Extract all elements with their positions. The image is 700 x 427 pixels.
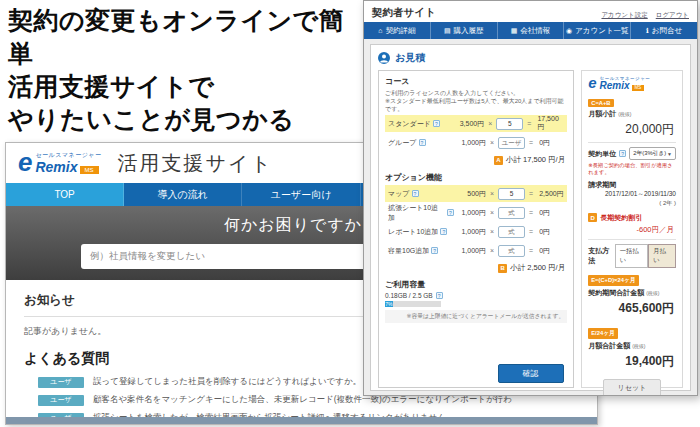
course-heading: コース [385, 76, 567, 87]
monthly-total-label: 月額合計金額 [588, 342, 630, 349]
estimate-person-icon [378, 52, 390, 64]
discount-note: ※長期ご契約の場合、割引が適用されます。 [588, 162, 676, 176]
formula-c-badge: C=A+B [588, 99, 613, 107]
option-label: 容量10G追加 [388, 246, 429, 256]
logo-main-text: Remix [35, 160, 77, 174]
map-qty-input[interactable] [498, 188, 525, 200]
headline: 契約の変更もオンラインで簡単 活用支援サイトで やりたいことが見つかる [8, 4, 368, 136]
billing-period-value: 2017/12/01～2019/11/30 [588, 190, 676, 199]
page-title: 活用支援サイト [117, 150, 272, 177]
nav-tab-user[interactable]: ユーザー向け [242, 183, 360, 206]
help-icon[interactable]: ? [433, 120, 440, 127]
estimate-heading: お見積 [395, 51, 425, 65]
help-icon[interactable]: ? [619, 150, 626, 157]
usage-value: 0.18GB / 2.5 GB [385, 292, 433, 299]
contract-total-label: 契約期間合計金額 [588, 289, 644, 296]
course-label: グループ [388, 138, 417, 148]
estimate-panel: お見積 コース ご利用のライセンスの人数を入力してください。 ※スタンダード最低… [370, 44, 691, 391]
help-icon[interactable]: ? [419, 139, 426, 146]
esales-logo-small: e セールスマネージャー Remix MS [588, 76, 676, 91]
row-total: 0円 [539, 227, 550, 237]
tax-note: (税抜) [646, 290, 659, 296]
help-icon[interactable]: ? [436, 292, 443, 299]
equals-sign: = [529, 139, 533, 146]
row-total: 0円 [539, 246, 550, 256]
tab-inquiry[interactable]: ℹ お問合せ [631, 22, 697, 39]
tax-note: (税抜) [632, 343, 645, 349]
capacity-qty-input[interactable] [498, 245, 525, 257]
contract-site-title: 契約者サイト [372, 6, 436, 20]
contract-unit-value: 2年(3%引き) [633, 149, 666, 158]
billing-span: ( 2年 ) [588, 199, 676, 208]
unit-price: 3,500円 [454, 119, 484, 129]
multiply-sign: × [488, 120, 492, 127]
tab-purchase-history[interactable]: ▤ 購入履歴 [431, 22, 498, 39]
equals-sign: = [529, 228, 533, 235]
payment-toggle: 一括払い 月払い [615, 244, 676, 268]
help-icon[interactable]: ? [412, 190, 419, 197]
course-note2: ※スタンダード最低利用ユーザ数は5人で、最大20人まで利用可能です。 [385, 97, 567, 113]
logo-main-text: Remix [600, 81, 630, 91]
row-total: 2,500円 [539, 189, 564, 199]
logout-link[interactable]: ログアウト [656, 11, 689, 20]
options-subtotal: 小計 2,500 円/月 [510, 263, 565, 273]
esales-logo: e セールスマネージャー Remix MS [18, 151, 101, 174]
tab-contract-details[interactable]: ⌂ 契約詳細 [364, 22, 431, 39]
option-row-map: マップ ? 500円 × = 2,500円 [385, 185, 567, 202]
payment-method-label: 支払方法 [588, 246, 615, 266]
lump-sum-button[interactable]: 一括払い [615, 244, 649, 268]
support-site-footer-bar [6, 417, 597, 424]
help-icon[interactable]: ? [431, 247, 438, 254]
standard-qty-input[interactable] [496, 118, 523, 130]
logo-ms-badge: MS [632, 85, 645, 92]
group-qty-input[interactable] [498, 137, 525, 149]
nav-tab-top[interactable]: TOP [6, 183, 124, 206]
tab-account-list[interactable]: ◉ アカウント一覧 [564, 22, 631, 39]
tab-label: 契約詳細 [386, 26, 416, 36]
discount-value: -600円／月 [588, 225, 674, 235]
chevron-down-icon: ▼ [667, 151, 672, 157]
multiply-sign: × [490, 139, 494, 146]
help-icon[interactable]: ? [447, 209, 454, 216]
usage-note: ※容量は上限値に近づくとアラートメールが送信されます。 [385, 310, 567, 323]
headline-line2: 活用支援サイトで [8, 70, 368, 103]
confirm-button[interactable]: 確認 [498, 364, 564, 383]
report-qty-input[interactable] [498, 226, 525, 238]
multiply-sign: × [490, 228, 494, 235]
row-total: 0円 [539, 138, 550, 148]
unit-price: 1,000円 [454, 208, 486, 218]
formula-e-badge: E=(C+D)×24ヶ月 [588, 275, 638, 286]
reset-button[interactable]: リセット [603, 379, 662, 396]
course-label: スタンダード [388, 119, 431, 129]
equals-sign: = [529, 247, 533, 254]
tab-label: 購入履歴 [454, 26, 484, 36]
contract-unit-select[interactable]: 2年(3%引き) ▼ [629, 147, 676, 160]
contract-details-icon: ⌂ [378, 27, 382, 34]
help-icon[interactable]: ? [440, 228, 447, 235]
course-subtotal: 小計 17,500 円/月 [506, 155, 565, 165]
option-row-report: レポート10追加 ? 1,000円 × = 0円 [385, 223, 567, 240]
nav-tab-introduction[interactable]: 導入の流れ [124, 183, 242, 206]
account-settings-link[interactable]: アカウント設定 [601, 11, 647, 20]
sheet-qty-input[interactable] [498, 207, 525, 219]
row-total: 17,500円 [537, 115, 564, 132]
monthly-subtotal-label: 月額小計 [588, 110, 616, 117]
unit-price: 1,000円 [454, 246, 486, 256]
options-heading: オプション機能 [385, 172, 567, 183]
tab-label: お問合せ [652, 26, 682, 36]
contract-site-nav: ⌂ 契約詳細 ▤ 購入履歴 ▦ 会社情報 ◉ アカウント一覧 ℹ お問合せ [364, 22, 697, 39]
subtotal-a-badge: A [494, 156, 503, 165]
account-list-icon: ◉ [566, 27, 572, 35]
monthly-payment-button[interactable]: 月払い [648, 244, 676, 268]
monthly-subtotal-value: 20,000円 [588, 121, 674, 138]
user-badge: ユーザ [38, 395, 84, 406]
unit-price: 500円 [454, 189, 486, 199]
multiply-sign: × [490, 247, 494, 254]
option-row-sheet: 拡張シート10追加 ? 1,000円 × = 0円 [385, 204, 567, 221]
esales-logo-icon: e [18, 151, 32, 174]
tab-company-info[interactable]: ▦ 会社情報 [498, 22, 565, 39]
course-note1: ご利用のライセンスの人数を入力してください。 [385, 89, 567, 97]
course-row-group: グループ ? 1,000円 × = 0円 [385, 134, 567, 151]
tax-note: (税抜) [618, 111, 631, 117]
unit-price: 1,000円 [454, 227, 486, 237]
